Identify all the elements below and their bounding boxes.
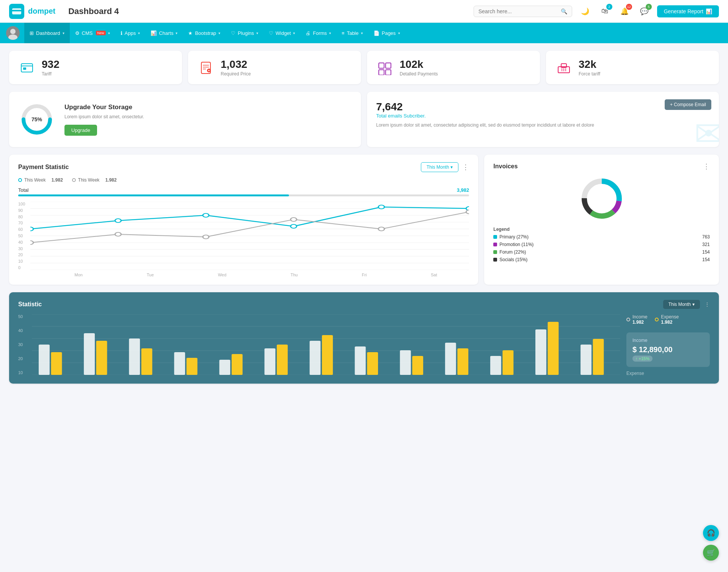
payment-chart-card: Payment Statistic This Month ▾ ⋮ This We… — [9, 155, 478, 285]
stat-y-axis: 50 40 30 20 10 — [18, 314, 26, 375]
svg-rect-14 — [379, 63, 384, 68]
search-box[interactable]: 🔍 — [474, 6, 572, 17]
bell-icon-btn[interactable]: 🔔 12 — [618, 5, 631, 18]
payment-chart-header: Payment Statistic This Month ▾ ⋮ — [18, 162, 469, 172]
svg-rect-78 — [458, 348, 469, 375]
legend-value-1: 1.982 — [105, 177, 117, 183]
y-label-20: 20 — [18, 252, 25, 257]
legend-row-promotion: Promotion (11%) 321 — [493, 242, 710, 247]
middle-row: 75% Upgrade Your Storage Lorem ipsum dol… — [9, 92, 719, 147]
nav-item-apps[interactable]: ℹ Apps ▾ — [115, 23, 146, 43]
nav-item-widget[interactable]: ♡ Widget ▾ — [264, 23, 300, 43]
stat-card-price: 1,032 Required Price — [188, 51, 361, 84]
nav-item-dashboard[interactable]: ⊞ Dashboard ▾ — [24, 23, 70, 43]
svg-rect-64 — [141, 348, 152, 375]
bar-chart-container — [32, 314, 620, 376]
chevron-down-icon-apps: ▾ — [138, 31, 140, 35]
stat-card-payments: 102k Detalled Payments — [367, 51, 540, 84]
statistic-title: Statistic — [18, 301, 42, 308]
income-legend-item: Income 1.982 — [626, 314, 647, 325]
nav-item-forms[interactable]: 🖨 Forms ▾ — [300, 23, 336, 43]
promotion-value: 321 — [702, 242, 710, 247]
chevron-down-icon-cms: ▾ — [108, 31, 110, 35]
storage-card: 75% Upgrade Your Storage Lorem ipsum dol… — [9, 92, 361, 147]
payment-legend: This Week 1.982 This Week 1.982 — [18, 177, 469, 183]
search-input[interactable] — [479, 8, 558, 14]
generate-report-button[interactable]: Generate Report 📊 — [657, 5, 719, 17]
page-title: Dashboard 4 — [68, 6, 119, 16]
force-num: 32k — [579, 58, 600, 71]
compose-email-button[interactable]: + Compose Email — [665, 99, 711, 110]
y-axis: 0 10 20 30 40 50 60 70 80 90 100 — [18, 202, 25, 270]
nav-item-charts[interactable]: 📊 Charts ▾ — [145, 23, 183, 43]
x-label-sat: Sat — [431, 273, 437, 277]
svg-point-43 — [115, 232, 121, 236]
total-label: Total — [18, 187, 28, 193]
email-num: 7,642 — [376, 101, 710, 113]
tariff-icon — [18, 59, 36, 76]
chart-filter: This Month ▾ ⋮ — [421, 162, 469, 172]
payment-title: Payment Statistic — [18, 164, 69, 171]
chat-icon-btn[interactable]: 💬 5 — [637, 5, 651, 18]
shop-badge: 2 — [606, 4, 612, 10]
svg-rect-74 — [367, 352, 378, 375]
more-options-icon[interactable]: ⋮ — [462, 163, 469, 171]
tariff-label: Tariff — [42, 71, 60, 77]
nav-label-widget: Widget — [276, 30, 291, 36]
nav-item-plugins[interactable]: ♡ Plugins ▾ — [226, 23, 264, 43]
dashboard-icon: ⊞ — [30, 30, 34, 36]
top-header: dompet Dashboard 4 🔍 🌙 🛍 2 🔔 12 💬 5 Gene… — [0, 0, 728, 23]
chevron-down-icon-plugins: ▾ — [256, 31, 258, 35]
chevron-down-icon-forms: ▾ — [329, 31, 331, 35]
y-label-70: 70 — [18, 221, 25, 225]
line-chart-svg — [30, 202, 469, 270]
svg-rect-60 — [51, 352, 62, 375]
charts-icon: 📊 — [151, 30, 157, 36]
svg-rect-4 — [21, 64, 33, 72]
svg-rect-69 — [265, 348, 276, 375]
y-label-90: 90 — [18, 208, 25, 213]
shop-icon-btn[interactable]: 🛍 2 — [598, 5, 612, 18]
statistic-chart-body: 50 40 30 20 10 — [18, 314, 710, 376]
apps-icon: ℹ — [121, 30, 122, 36]
nav-item-cms[interactable]: ⚙ CMS New ▾ — [70, 23, 115, 43]
nav-avatar — [6, 26, 20, 40]
svg-point-46 — [378, 227, 384, 231]
y-label-60: 60 — [18, 227, 25, 232]
price-label: Required Price — [221, 71, 251, 77]
payment-invoices-row: Payment Statistic This Month ▾ ⋮ This We… — [9, 155, 719, 285]
forms-icon: 🖨 — [306, 30, 311, 36]
svg-rect-59 — [39, 345, 50, 375]
svg-rect-68 — [232, 354, 243, 375]
storage-title: Upgrade Your Storage — [64, 103, 144, 111]
force-icon — [555, 59, 573, 76]
svg-rect-1 — [12, 10, 21, 11]
statistic-month-filter-button[interactable]: This Month ▾ — [663, 300, 700, 309]
moon-icon-btn[interactable]: 🌙 — [578, 5, 592, 18]
force-label: Force tariff — [579, 71, 600, 77]
chevron-down-icon: ▾ — [63, 31, 64, 35]
nav-item-bootstrap[interactable]: ★ Bootstrap ▾ — [183, 23, 226, 43]
stat-right-panel: Income 1.982 Expense 1.982 — [626, 314, 710, 376]
y-label-30: 30 — [18, 246, 25, 251]
svg-rect-79 — [490, 356, 501, 375]
legend-label-1: This Week — [78, 177, 99, 183]
statistic-filter-label: This Month — [668, 302, 691, 307]
email-card: + Compose Email 7,642 Total emails Subcr… — [367, 92, 719, 147]
statistic-more-icon[interactable]: ⋮ — [704, 301, 710, 307]
email-bg-icon: ✉ — [694, 117, 719, 147]
upgrade-button[interactable]: Upgrade — [64, 125, 97, 136]
invoice-more-icon[interactable]: ⋮ — [703, 162, 710, 171]
nav-item-pages[interactable]: 📄 Pages ▾ — [368, 23, 405, 43]
svg-rect-66 — [187, 358, 198, 375]
income-badge-value: +15% — [639, 356, 650, 361]
header-right: 🔍 🌙 🛍 2 🔔 12 💬 5 Generate Report 📊 — [474, 5, 719, 18]
x-label-fri: Fri — [362, 273, 367, 277]
chat-badge: 5 — [646, 4, 652, 10]
moon-icon: 🌙 — [581, 7, 589, 16]
svg-point-44 — [203, 235, 209, 239]
nav-item-table[interactable]: ≡ Table ▾ — [336, 23, 368, 43]
legend-dot-teal — [18, 178, 22, 182]
this-month-filter-button[interactable]: This Month ▾ — [421, 162, 458, 172]
statistic-section: Statistic This Month ▾ ⋮ 50 40 30 20 10 — [9, 292, 719, 384]
